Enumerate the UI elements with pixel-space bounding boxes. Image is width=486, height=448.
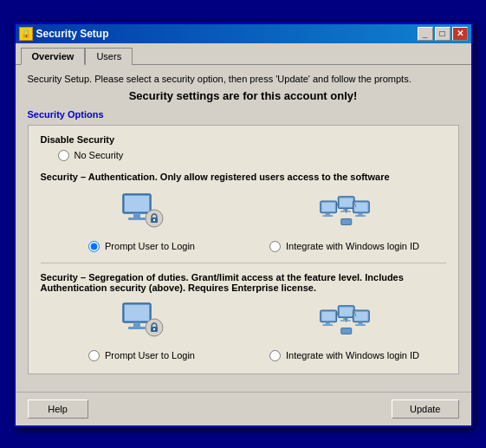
windows-login-label: Integrate with Windows login ID: [286, 241, 419, 251]
seg-windows-login-radio[interactable]: [269, 350, 281, 361]
seg-prompt-radio-row: Prompt User to Login: [88, 350, 195, 361]
prompt-login-radio[interactable]: [88, 241, 100, 252]
svg-rect-22: [340, 218, 351, 224]
title-buttons: _ □ ✕: [418, 27, 468, 41]
no-security-label: No Security: [75, 150, 124, 160]
windows-login-icon: [319, 191, 371, 232]
svg-rect-17: [358, 212, 362, 215]
close-button[interactable]: ✕: [452, 27, 468, 41]
svg-rect-29: [153, 328, 155, 330]
prompt-login-icon: [118, 191, 166, 232]
prompt-login-radio-row: Prompt User to Login: [88, 241, 195, 252]
maximize-button[interactable]: □: [435, 27, 450, 41]
svg-rect-25: [133, 322, 140, 327]
svg-rect-39: [354, 311, 367, 320]
svg-rect-9: [325, 212, 329, 215]
window-title: Security Setup: [36, 28, 109, 40]
svg-rect-33: [322, 324, 333, 326]
auth-options-row: Prompt User to Login: [41, 189, 446, 252]
svg-rect-16: [354, 202, 367, 211]
tabs-row: Overview Users: [16, 43, 471, 65]
svg-rect-6: [153, 219, 155, 221]
main-heading: Security settings are for this account o…: [28, 89, 459, 102]
window-icon: 🔒: [19, 27, 33, 41]
svg-rect-10: [322, 215, 333, 217]
seg-prompt-login-icon: [118, 300, 166, 341]
tab-users[interactable]: Users: [85, 48, 133, 65]
footer: Help Update: [16, 392, 471, 425]
seg-windows-label: Integrate with Windows login ID: [286, 350, 419, 360]
auth-option-windows: Integrate with Windows login ID: [243, 189, 446, 252]
options-panel: Disable Security No Security Security – …: [28, 125, 459, 374]
no-security-radio[interactable]: [58, 150, 69, 161]
main-window: 🔒 Security Setup _ □ ✕ Overview Users Se…: [14, 22, 473, 427]
svg-rect-1: [125, 196, 149, 211]
update-button[interactable]: Update: [392, 399, 458, 419]
svg-rect-32: [325, 321, 329, 324]
seg-login-icon-container: [116, 298, 168, 343]
title-bar: 🔒 Security Setup _ □ ✕: [16, 24, 471, 43]
tab-overview[interactable]: Overview: [21, 48, 86, 65]
svg-rect-14: [340, 211, 350, 212]
svg-rect-24: [125, 305, 149, 321]
svg-rect-3: [128, 218, 146, 220]
svg-rect-31: [321, 311, 334, 320]
segregation-options-row: Prompt User to Login: [41, 298, 446, 361]
help-button[interactable]: Help: [28, 399, 88, 419]
svg-rect-45: [340, 328, 351, 334]
svg-rect-18: [355, 215, 366, 217]
auth-heading: Security – Authentication. Only allow re…: [41, 172, 446, 182]
windows-login-icon-container: [319, 189, 371, 234]
login-icon-container: [116, 189, 168, 234]
seg-windows-icon-container: [319, 298, 371, 343]
minimize-button[interactable]: _: [418, 27, 433, 41]
security-options-link[interactable]: Security Options: [28, 109, 459, 120]
seg-option-windows: Integrate with Windows login ID: [243, 298, 446, 361]
info-text: Security Setup. Please select a security…: [28, 74, 459, 84]
content-area: Security Setup. Please select a security…: [16, 65, 471, 392]
seg-windows-icon: [319, 300, 371, 341]
seg-windows-radio-row: Integrate with Windows login ID: [269, 350, 419, 361]
seg-prompt-label: Prompt User to Login: [105, 350, 195, 360]
segregation-section: Security – Segregation of duties. Grant/…: [41, 263, 446, 361]
segregation-heading: Security – Segregation of duties. Grant/…: [41, 272, 446, 293]
seg-option-login: Prompt User to Login: [41, 298, 243, 361]
seg-prompt-login-radio[interactable]: [88, 350, 100, 361]
no-security-row: No Security: [41, 150, 446, 161]
disable-security-heading: Disable Security: [41, 134, 446, 145]
svg-rect-13: [343, 208, 347, 211]
auth-option-login: Prompt User to Login: [41, 189, 243, 252]
svg-rect-40: [358, 321, 362, 324]
svg-rect-8: [321, 202, 334, 211]
svg-rect-26: [128, 327, 146, 329]
svg-rect-37: [340, 320, 350, 321]
svg-rect-35: [340, 307, 353, 315]
windows-login-radio-row: Integrate with Windows login ID: [269, 241, 419, 252]
prompt-login-label: Prompt User to Login: [105, 241, 195, 251]
svg-rect-2: [133, 213, 140, 218]
svg-rect-41: [355, 324, 366, 326]
svg-rect-36: [343, 317, 347, 320]
windows-login-radio[interactable]: [269, 241, 281, 252]
svg-rect-12: [340, 198, 353, 206]
